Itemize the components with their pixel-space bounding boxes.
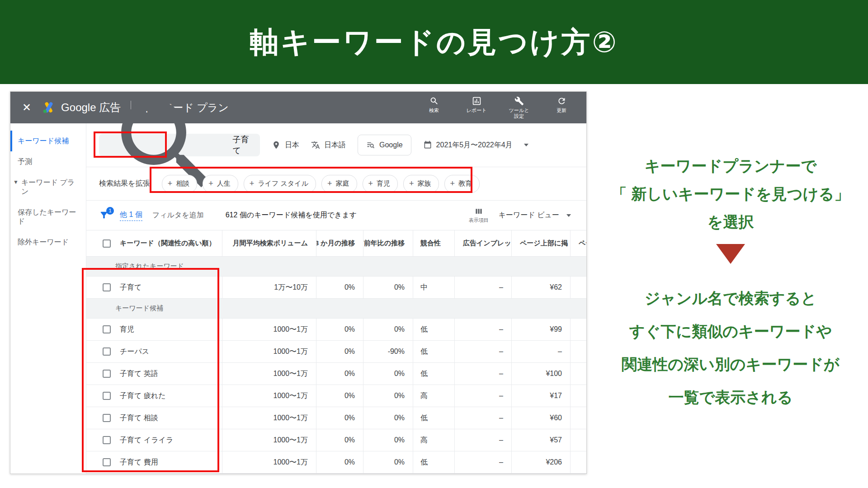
plus-icon: + — [368, 179, 373, 188]
volume-cell: 1000〜1万 — [222, 451, 316, 473]
row-checkbox[interactable] — [103, 392, 111, 400]
annotation-panel: キーワードプランナーで 「 新しいキーワードを見つける」 を選択 ジャンル名で検… — [595, 152, 866, 414]
sidebar-item-negative-keywords[interactable]: 除外キーワード — [10, 232, 86, 253]
main-content: 子育て 日本 日本語 Google 2021年5月〜2022年4月 — [86, 123, 586, 474]
close-icon[interactable]: ✕ — [22, 101, 31, 114]
yoy-change-cell: 0% — [363, 451, 413, 473]
expand-keyword-chip[interactable]: +ライフ スタイル — [244, 175, 316, 193]
table-row: 子育て 英語1000〜1万0%0%低–¥100 — [86, 363, 586, 385]
sidebar-item-saved-keywords[interactable]: 保存したキーワード — [10, 202, 86, 232]
keyword-cell: 子育て 英語 — [86, 363, 222, 385]
competition-cell: 低 — [413, 363, 454, 385]
keyword-cell: 育児 — [86, 319, 222, 340]
row-checkbox[interactable] — [103, 414, 111, 422]
clipped-cell — [570, 385, 587, 407]
filter-funnel-button[interactable]: 1 — [99, 210, 110, 221]
expand-search-row: 検索結果を拡張: +相談+人生+ライフ スタイル+家庭+育児+家族+教育 — [86, 167, 586, 200]
app-header: ✕ Google 広告 キーワード プラン 検索 レポート ツールと設定 — [10, 92, 586, 123]
keyword-cell: 子育て 疲れた — [86, 385, 222, 407]
title-banner: 軸キーワードの見つけ方② — [0, 0, 868, 84]
expand-keyword-chip[interactable]: +家族 — [403, 175, 439, 193]
volume-cell: 1000〜1万 — [222, 341, 316, 362]
annotation-line: 一覧で表示される — [595, 381, 866, 414]
ad-impression-share-cell: – — [454, 451, 511, 473]
clipped-cell — [570, 277, 587, 298]
top-of-page-bid-cell: ¥100 — [511, 363, 570, 385]
competition-cell: 低 — [413, 407, 454, 429]
top-of-page-bid-cell: ¥17 — [511, 385, 570, 407]
keyword-label: 育児 — [120, 325, 134, 334]
competition-cell: 高 — [413, 385, 454, 407]
header-reports-button[interactable]: レポート — [464, 96, 489, 113]
sidebar-item-keyword-ideas[interactable]: キーワード候補 — [10, 131, 86, 151]
chip-label: 教育 — [458, 179, 472, 188]
sidebar-item-keyword-plan[interactable]: ▼ キーワード プラン — [10, 172, 86, 202]
keyword-label: 子育て 疲れた — [120, 391, 166, 401]
ad-impression-share-cell: – — [454, 341, 511, 362]
row-checkbox[interactable] — [103, 347, 111, 356]
columns-button[interactable]: 表示項目 — [469, 207, 489, 224]
clipped-cell — [570, 451, 587, 473]
refresh-icon — [557, 96, 566, 106]
competition-cell: 低 — [413, 451, 454, 473]
keyword-cell: 子育て 費用 — [86, 451, 222, 473]
sidebar: キーワード候補 予測 ▼ キーワード プラン 保存したキーワード 除外キーワード — [10, 123, 86, 474]
table-row: 子育て1万〜10万0%0%中–¥62 — [86, 277, 586, 299]
keyword-label: チーパス — [120, 347, 149, 357]
select-all-checkbox[interactable] — [103, 239, 111, 248]
keyword-label: 子育て 英語 — [120, 369, 158, 379]
header-search-button[interactable]: 検索 — [422, 96, 446, 113]
volume-cell: 1000〜1万 — [222, 407, 316, 429]
row-checkbox[interactable] — [103, 283, 111, 291]
controls-row: 子育て 日本 日本語 Google 2021年5月〜2022年4月 — [86, 123, 586, 167]
location-selector[interactable]: 日本 — [272, 141, 299, 150]
expand-keyword-chip[interactable]: +教育 — [444, 175, 480, 193]
report-icon — [472, 96, 481, 106]
row-checkbox[interactable] — [103, 325, 111, 333]
clipped-cell — [570, 363, 587, 385]
table-row: 子育て 疲れた1000〜1万0%0%高–¥17 — [86, 385, 586, 407]
row-checkbox[interactable] — [103, 370, 111, 378]
keyword-cell: チーパス — [86, 341, 222, 362]
keyword-cell: 子育て イライラ — [86, 429, 222, 451]
competition-cell: 低 — [413, 341, 454, 362]
three-month-change-cell: 0% — [316, 363, 363, 385]
header-tools-button[interactable]: ツールと設定 — [507, 96, 531, 119]
results-count-text: 612 個のキーワード候補を使用できます — [226, 211, 357, 220]
yoy-change-cell: 0% — [363, 385, 413, 407]
chevron-down-icon — [524, 144, 528, 146]
three-month-change-cell: 0% — [316, 277, 363, 298]
add-filter-button[interactable]: フィルタを追加 — [152, 211, 204, 220]
sidebar-item-forecast[interactable]: 予測 — [10, 151, 86, 172]
expand-keyword-chip[interactable]: +家庭 — [321, 175, 357, 193]
keyword-search-input[interactable]: 子育て — [99, 134, 260, 156]
expand-keyword-chip[interactable]: +相談 — [162, 175, 198, 193]
table-row: 子育て イライラ1000〜1万0%0%高–¥57 — [86, 429, 586, 451]
expand-keyword-chip[interactable]: +人生 — [203, 175, 238, 193]
network-icon — [366, 141, 375, 150]
keyword-label: 子育て 費用 — [120, 458, 158, 467]
row-checkbox[interactable] — [103, 436, 111, 444]
filter-count-badge: 1 — [106, 207, 114, 215]
competition-cell: 中 — [413, 277, 454, 298]
ad-impression-share-cell: – — [454, 277, 511, 298]
three-month-change-cell: 0% — [316, 451, 363, 473]
language-selector[interactable]: 日本語 — [311, 141, 346, 150]
top-of-page-bid-cell: ¥62 — [511, 277, 570, 298]
competition-cell: 低 — [413, 319, 454, 340]
header-refresh-button[interactable]: 更新 — [549, 96, 574, 113]
row-checkbox[interactable] — [103, 458, 111, 466]
plus-icon: + — [327, 179, 332, 188]
more-filters-link[interactable]: 他 1 個 — [120, 210, 142, 221]
keyword-chips: +相談+人生+ライフ スタイル+家庭+育児+家族+教育 — [162, 175, 480, 193]
table-row: 育児1000〜1万0%0%低–¥99 — [86, 319, 586, 341]
expand-label: 検索結果を拡張: — [99, 179, 152, 188]
date-range-selector[interactable]: 2021年5月〜2022年4月 — [423, 141, 528, 150]
network-selector[interactable]: Google — [358, 135, 411, 155]
keyword-view-selector[interactable]: キーワード ビュー — [499, 211, 571, 220]
annotation-line: すぐ下に類似のキーワードや — [595, 315, 866, 348]
plus-icon: + — [208, 179, 213, 188]
ad-impression-share-cell: – — [454, 385, 511, 407]
expand-keyword-chip[interactable]: +育児 — [363, 175, 398, 193]
yoy-change-cell: 0% — [363, 429, 413, 451]
